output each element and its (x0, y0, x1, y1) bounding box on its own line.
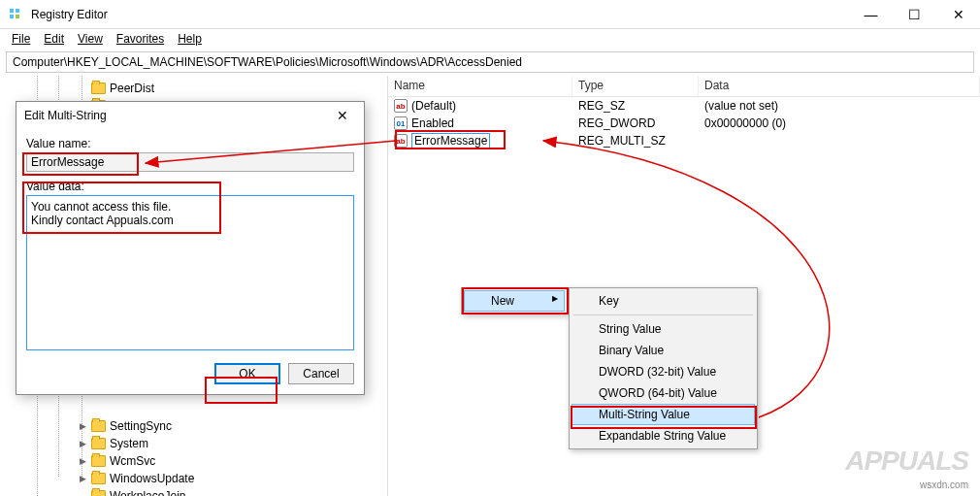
valuename-label: Value name: (26, 137, 354, 150)
tree-item-wcmsvc[interactable]: ▶ WcmSvc (4, 452, 387, 470)
address-bar[interactable]: Computer\HKEY_LOCAL_MACHINE\SOFTWARE\Pol… (6, 51, 974, 73)
cancel-button[interactable]: Cancel (288, 363, 354, 384)
value-data: (value not set) (699, 99, 980, 113)
context-separator (573, 314, 753, 315)
folder-icon (91, 420, 106, 432)
ctx-item-expandable[interactable]: Expandable String Value (572, 425, 755, 446)
valuedata-textarea[interactable]: You cannot access this file. Kindly cont… (26, 195, 354, 350)
minimize-button[interactable]: — (849, 1, 893, 28)
tree-item-peerdist[interactable]: PeerDist (4, 80, 387, 97)
svg-rect-3 (16, 15, 19, 18)
string-value-icon: ab (394, 134, 408, 148)
folder-icon (91, 438, 106, 449)
value-row-enabled[interactable]: 01 Enabled REG_DWORD 0x00000000 (0) (388, 115, 980, 132)
folder-icon (91, 490, 106, 496)
window-buttons: — ☐ ✕ (849, 1, 980, 28)
watermark: APPUALS (845, 446, 968, 477)
value-type: REG_DWORD (572, 116, 699, 130)
chevron-right-icon[interactable]: ▶ (78, 474, 87, 483)
submenu-arrow-icon: ▶ (552, 294, 558, 303)
menu-edit[interactable]: Edit (38, 32, 70, 46)
value-type: REG_MULTI_SZ (572, 134, 699, 148)
dialog-title: Edit Multi-String (24, 109, 107, 122)
svg-rect-0 (10, 9, 14, 13)
app-icon (8, 7, 23, 22)
close-button[interactable]: ✕ (936, 1, 980, 28)
tree-item-settingsync[interactable]: ▶ SettingSync (4, 417, 387, 435)
ctx-item-key[interactable]: Key (572, 290, 755, 312)
value-row-default[interactable]: ab (Default) REG_SZ (value not set) (388, 97, 980, 115)
menubar: File Edit View Favorites Help (0, 29, 980, 49)
ctx-item-dword[interactable]: DWORD (32-bit) Value (572, 361, 755, 382)
dialog-close-button[interactable]: ✕ (329, 105, 356, 126)
tree-label: System (110, 437, 148, 450)
value-name: Enabled (411, 116, 454, 130)
string-value-icon: ab (394, 99, 408, 113)
ctx-item-multistring[interactable]: Multi-String Value (572, 404, 755, 425)
col-name[interactable]: Name (388, 76, 572, 96)
tree-label: WorkplaceJoin (110, 489, 185, 496)
value-row-errormessage[interactable]: ab ErrorMessage REG_MULTI_SZ (388, 132, 980, 149)
menu-favorites[interactable]: Favorites (111, 32, 170, 46)
ok-button[interactable]: OK (214, 363, 280, 384)
value-data: 0x00000000 (0) (699, 116, 980, 130)
tree-label: WindowsUpdate (110, 472, 194, 485)
tree-label: PeerDist (110, 82, 154, 95)
titlebar: Registry Editor — ☐ ✕ (0, 0, 980, 29)
edit-multistring-dialog: Edit Multi-String ✕ Value name: Value da… (16, 101, 365, 395)
chevron-right-icon[interactable]: ▶ (78, 456, 87, 466)
list-header: Name Type Data (388, 76, 980, 97)
context-submenu-new: Key String Value Binary Value DWORD (32-… (569, 287, 758, 449)
ctx-item-binary[interactable]: Binary Value (572, 340, 755, 361)
ctx-item-qword[interactable]: QWORD (64-bit) Value (572, 382, 755, 404)
folder-icon (91, 455, 106, 467)
value-name: (Default) (411, 99, 456, 113)
tree-label: WcmSvc (110, 454, 155, 468)
maximize-button[interactable]: ☐ (893, 1, 936, 28)
svg-rect-1 (16, 9, 19, 13)
tree-item-workplacejoin[interactable]: WorkplaceJoin (4, 487, 387, 496)
dword-value-icon: 01 (394, 116, 408, 130)
menu-view[interactable]: View (72, 32, 109, 46)
menu-help[interactable]: Help (172, 32, 208, 46)
address-path: Computer\HKEY_LOCAL_MACHINE\SOFTWARE\Pol… (13, 55, 522, 69)
context-menu-new: New ▶ (461, 287, 568, 314)
ctx-item-new[interactable]: New ▶ (464, 290, 565, 312)
value-name-edit[interactable]: ErrorMessage (411, 133, 490, 149)
ctx-item-string[interactable]: String Value (572, 318, 755, 340)
valuedata-label: Value data: (26, 180, 354, 193)
svg-rect-2 (10, 15, 14, 18)
valuename-field[interactable] (26, 152, 354, 172)
folder-icon (91, 83, 106, 94)
tree-item-system[interactable]: ▶ System (4, 435, 387, 452)
chevron-right-icon[interactable]: ▶ (78, 421, 87, 431)
col-type[interactable]: Type (572, 76, 699, 96)
tree-item-windowsupdate[interactable]: ▶ WindowsUpdate (4, 470, 387, 487)
credit: wsxdn.com (920, 479, 968, 490)
col-data[interactable]: Data (699, 76, 980, 96)
menu-file[interactable]: File (6, 32, 36, 46)
chevron-right-icon[interactable]: ▶ (78, 439, 87, 448)
tree-label: SettingSync (110, 419, 172, 433)
folder-icon (91, 473, 106, 484)
window-title: Registry Editor (31, 8, 849, 21)
value-type: REG_SZ (572, 99, 699, 113)
